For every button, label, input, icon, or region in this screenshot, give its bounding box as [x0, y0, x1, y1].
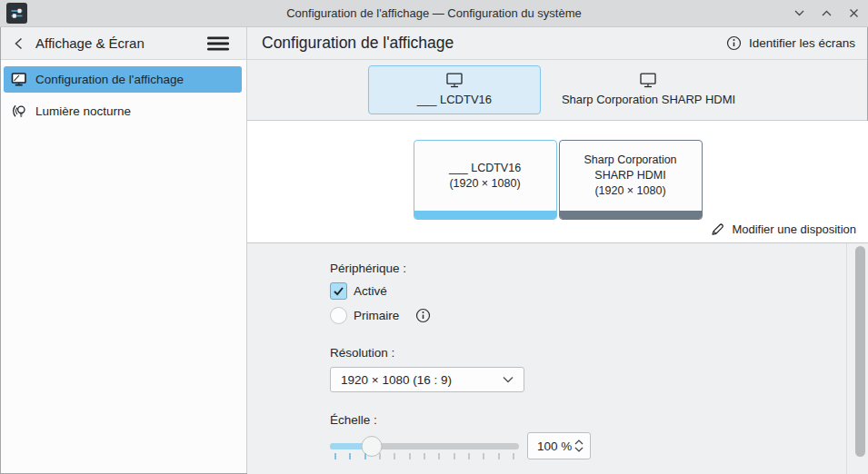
- content: Configuration de l'affichage Lumière noc…: [0, 60, 868, 474]
- minimize-button[interactable]: [792, 6, 806, 21]
- enabled-checkbox[interactable]: [330, 282, 347, 300]
- scale-value: 100 %: [537, 439, 572, 453]
- scrollbar[interactable]: [855, 246, 865, 457]
- primary-info-button[interactable]: [415, 308, 431, 323]
- scale-label: Échelle :: [330, 413, 868, 427]
- monitor-name: ___ LCDTV16: [449, 161, 521, 176]
- maximize-button[interactable]: [819, 6, 833, 21]
- identify-screens-button[interactable]: Identifier les écrans: [726, 35, 855, 51]
- primary-label[interactable]: Primaire: [354, 309, 399, 322]
- tab-sharp-hdmi[interactable]: Sharp Corporation SHARP HDMI: [550, 65, 747, 114]
- sidebar-item-night-light[interactable]: Lumière nocturne: [4, 98, 242, 124]
- scroll-divider: [846, 243, 847, 474]
- tab-label: Sharp Corporation SHARP HDMI: [562, 93, 735, 106]
- monitor-resolution: (1920 × 1080): [594, 183, 665, 199]
- main-pane: ___ LCDTV16 Sharp Corporation SHARP HDMI…: [247, 60, 868, 474]
- close-icon: [848, 7, 860, 19]
- device-label: Périphérique :: [330, 262, 868, 275]
- sidebar: Configuration de l'affichage Lumière noc…: [0, 60, 247, 474]
- monitor-accent-bar: [560, 211, 702, 219]
- enabled-label[interactable]: Activé: [354, 284, 387, 298]
- info-icon: [726, 35, 742, 51]
- edit-layout-button[interactable]: Modifier une disposition: [710, 222, 856, 237]
- edit-layout-label: Modifier une disposition: [732, 222, 856, 236]
- screen-tabstrip: ___ LCDTV16 Sharp Corporation SHARP HDMI: [247, 60, 868, 121]
- tab-label: ___ LCDTV16: [417, 93, 492, 106]
- monitor-icon: [11, 72, 27, 87]
- resolution-value: 1920 × 1080 (16 : 9): [341, 373, 452, 387]
- hamburger-icon: [206, 35, 230, 52]
- scale-row: 100 %: [330, 432, 868, 463]
- sidebar-item-label: Configuration de l'affichage: [35, 73, 184, 86]
- settings-form: Périphérique : Activé Primaire: [247, 243, 868, 474]
- sidebar-item-label: Lumière nocturne: [35, 104, 131, 118]
- page-header: Configuration de l'affichage Identifier …: [247, 27, 868, 59]
- monitor-preview-lcdtv16[interactable]: ___ LCDTV16 (1920 × 1080): [414, 140, 557, 220]
- identify-screens-label: Identifier les écrans: [749, 36, 855, 50]
- close-button[interactable]: [846, 6, 861, 21]
- resolution-label: Résolution :: [330, 346, 868, 360]
- sidebar-header: Affichage & Écran: [0, 27, 247, 59]
- monitor-layout-area: ___ LCDTV16 (1920 × 1080) Sharp Corporat…: [247, 121, 868, 243]
- toolbar: Affichage & Écran Configuration de l'aff…: [0, 27, 868, 60]
- slider-track: [330, 443, 519, 449]
- enabled-row: Activé: [330, 282, 868, 300]
- spinbox-buttons: [574, 439, 584, 452]
- resolution-dropdown[interactable]: 1920 × 1080 (16 : 9): [330, 367, 524, 392]
- page-title: Configuration de l'affichage: [262, 34, 454, 53]
- monitor-pair: ___ LCDTV16 (1920 × 1080) Sharp Corporat…: [414, 140, 703, 220]
- tab-lcdtv16[interactable]: ___ LCDTV16: [368, 65, 541, 114]
- chevron-down-icon: [503, 376, 514, 383]
- primary-radio[interactable]: [330, 307, 347, 324]
- hamburger-menu-button[interactable]: [206, 35, 230, 52]
- pencil-icon: [710, 222, 725, 237]
- scale-spinbox[interactable]: 100 %: [527, 432, 591, 459]
- night-light-icon: [11, 104, 27, 119]
- chevron-up-icon: [821, 7, 833, 19]
- sidebar-item-display-configuration[interactable]: Configuration de l'affichage: [4, 66, 242, 93]
- monitor-preview-sharp-hdmi[interactable]: Sharp Corporation SHARP HDMI (1920 × 108…: [559, 140, 703, 220]
- window-controls: [792, 0, 861, 26]
- chevron-left-icon: [13, 36, 26, 51]
- window-title: Configuration de l'affichage — Configura…: [286, 6, 582, 20]
- chevron-down-icon: [793, 7, 805, 19]
- back-button[interactable]: [11, 35, 27, 52]
- breadcrumb[interactable]: Affichage & Écran: [35, 35, 145, 51]
- spin-up-icon[interactable]: [574, 439, 584, 445]
- primary-row: Primaire: [330, 307, 868, 324]
- info-icon: [415, 308, 431, 323]
- scale-slider[interactable]: [330, 432, 519, 463]
- system-settings-app-icon: [6, 3, 27, 24]
- monitor-resolution: (1920 × 1080): [449, 176, 520, 192]
- monitor-name: Sharp Corporation SHARP HDMI: [569, 153, 693, 183]
- monitor-icon: [445, 73, 464, 88]
- spin-down-icon[interactable]: [574, 447, 584, 452]
- checkmark-icon: [333, 285, 344, 297]
- titlebar[interactable]: Configuration de l'affichage — Configura…: [0, 0, 868, 27]
- scale-slider-ticks: [334, 453, 514, 459]
- monitor-icon: [639, 73, 657, 88]
- monitor-accent-bar: [414, 211, 556, 219]
- system-settings-window: Configuration de l'affichage — Configura…: [0, 0, 868, 474]
